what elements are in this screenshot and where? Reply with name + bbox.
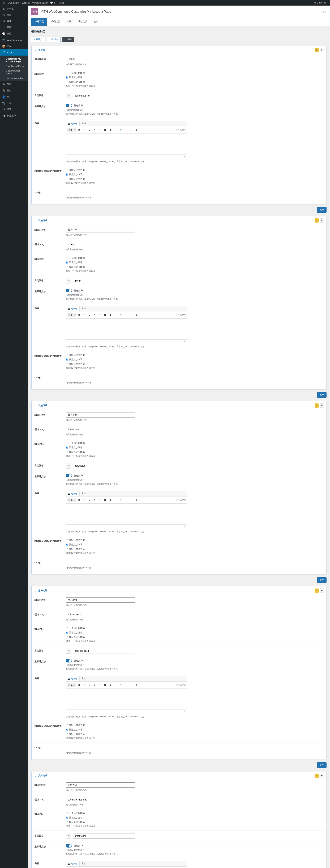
hide-icon[interactable]: 👁 <box>320 218 324 222</box>
quote-icon[interactable]: ❝ <box>97 312 102 317</box>
add-group-button[interactable]: + 新组合 <box>47 37 61 42</box>
menu-item-6[interactable]: 📦产品 <box>0 43 28 49</box>
quote-icon[interactable]: ❝ <box>97 498 102 502</box>
align-center-icon[interactable]: ◼ <box>108 127 113 132</box>
bold-icon[interactable]: B <box>77 498 81 502</box>
editor-textarea[interactable] <box>66 133 187 154</box>
visibility-toggle[interactable] <box>66 659 72 662</box>
format-select[interactable]: 段落 <box>67 683 76 687</box>
number-list-icon[interactable]: ≡ <box>92 498 97 502</box>
pos-override-radio[interactable]: 覆盖默认内容 <box>66 173 324 176</box>
icon-none-radio[interactable]: 不显示任何图标 <box>66 71 324 74</box>
save-button[interactable]: 保存 <box>317 577 327 583</box>
css-class-input[interactable] <box>66 375 135 380</box>
number-list-icon[interactable]: ≡ <box>92 312 97 317</box>
hide-icon[interactable]: 👁 <box>320 403 324 408</box>
endpoint-header[interactable]: ⌄我的下载⇅👁 <box>32 401 326 410</box>
italic-icon[interactable]: I <box>82 127 87 132</box>
endpoint-header[interactable]: ⌄我的订单⇅👁 <box>32 216 326 225</box>
more-icon[interactable]: ⋯ <box>124 127 128 132</box>
toolbar-toggle-icon[interactable]: ▦ <box>134 312 139 317</box>
bold-icon[interactable]: B <box>77 312 81 317</box>
align-center-icon[interactable]: ◼ <box>108 498 113 502</box>
css-class-input[interactable] <box>66 745 135 750</box>
site-link[interactable]: ⌂ wp-admin <box>7 2 19 4</box>
icon-input[interactable] <box>73 833 135 838</box>
icon-custom-radio[interactable]: 显示自定义图标 <box>66 636 324 639</box>
align-center-icon[interactable]: ◼ <box>108 312 113 317</box>
tab-0[interactable]: 终端节点 <box>31 18 47 26</box>
icon-custom-radio[interactable]: 显示自定义图标 <box>66 451 324 454</box>
new-link[interactable]: + 新建 <box>57 1 64 4</box>
menu-item-2[interactable]: 🖼媒体 <box>0 18 28 24</box>
site2-link[interactable]: Webster - Versatile Coder <box>22 2 48 4</box>
greeting[interactable]: 嗨，admin ▢ <box>314 1 327 4</box>
toolbar-toggle-icon[interactable]: ▦ <box>134 127 139 132</box>
align-center-icon[interactable]: ◼ <box>108 683 113 687</box>
menu-item-4[interactable]: 💬评论 <box>0 31 28 37</box>
bullet-list-icon[interactable]: ☰ <box>87 312 92 317</box>
more-icon[interactable]: ⋯ <box>124 498 128 502</box>
save-button[interactable]: 保存 <box>317 762 327 768</box>
tab-4[interactable]: 付款 <box>91 18 102 26</box>
editor-tab-visual[interactable]: 📷 可视化 <box>66 121 79 126</box>
menu-item2-1[interactable]: 🔌插件 <box>0 88 28 94</box>
editor-tab-visual[interactable]: 📷 可视化 <box>66 861 79 866</box>
editor-tab-text[interactable]: 文本 <box>79 121 88 126</box>
visibility-toggle[interactable] <box>66 844 72 847</box>
icon-custom-radio[interactable]: 显示自定义图标 <box>66 820 324 824</box>
endpoint-label-input[interactable] <box>66 412 135 417</box>
editor-textarea[interactable] <box>66 318 187 339</box>
icon-custom-radio[interactable]: 显示自定义图标 <box>66 266 324 269</box>
drag-handle-icon[interactable]: ⇅ <box>315 403 319 408</box>
submenu-item-3[interactable]: License Activation <box>0 76 28 81</box>
icon-default-radio[interactable]: 显示默认图标 <box>66 261 324 264</box>
menu-item2-0[interactable]: ✎外观 <box>0 81 28 88</box>
wp-logo-icon[interactable]: ⓦ <box>3 1 5 4</box>
bullet-list-icon[interactable]: ☰ <box>87 127 92 132</box>
align-right-icon[interactable]: ▪ <box>113 127 118 132</box>
icon-input[interactable] <box>73 278 135 283</box>
editor-tab-text[interactable]: 文本 <box>79 861 88 866</box>
icon-input[interactable] <box>73 648 135 653</box>
drag-handle-icon[interactable]: ⇅ <box>315 218 319 222</box>
pos-after-radio[interactable]: 在默认内容之后 <box>66 178 324 181</box>
icon-none-radio[interactable]: 不显示任何图标 <box>66 812 324 815</box>
endpoint-slug-input[interactable] <box>66 612 135 617</box>
pos-override-radio[interactable]: 覆盖默认内容 <box>66 728 324 731</box>
bold-icon[interactable]: B <box>77 127 81 132</box>
icon-default-radio[interactable]: 显示默认图标 <box>66 631 324 634</box>
pos-after-radio[interactable]: 在默认内容之后 <box>66 548 324 551</box>
submenu-item-2[interactable]: Custom Order Status <box>0 68 28 76</box>
pos-override-radio[interactable]: 覆盖默认内容 <box>66 358 324 361</box>
css-class-input[interactable] <box>66 190 135 195</box>
menu-item2-4[interactable]: ⚙设置 <box>0 106 28 113</box>
link-icon[interactable]: 🔗 <box>118 498 123 502</box>
format-select[interactable]: 段落 <box>67 128 76 132</box>
menu-item-1[interactable]: ✎文章 <box>0 12 28 18</box>
submenu-item-1[interactable]: Role Based Prices <box>0 64 28 68</box>
pos-before-radio[interactable]: 在默认内容之前 <box>66 723 324 727</box>
more-icon[interactable]: ⋯ <box>124 312 128 317</box>
align-left-icon[interactable]: ⬛ <box>103 498 107 502</box>
link-icon[interactable]: 🔗 <box>118 683 123 687</box>
drag-handle-icon[interactable]: ⇅ <box>315 589 319 593</box>
icon-default-radio[interactable]: 显示默认图标 <box>66 816 324 819</box>
bullet-list-icon[interactable]: ☰ <box>87 683 92 687</box>
tab-2[interactable]: 设置 <box>63 18 74 26</box>
fullscreen-icon[interactable]: ⛶ <box>129 498 134 502</box>
menu-item-5[interactable]: 🛒WooCommerce <box>0 37 28 43</box>
align-left-icon[interactable]: ⬛ <box>103 683 107 687</box>
icon-default-radio[interactable]: 显示默认图标 <box>66 76 324 79</box>
menu-item2-3[interactable]: 🔧工具 <box>0 100 28 106</box>
fullscreen-icon[interactable]: ⛶ <box>129 127 134 132</box>
endpoint-label-input[interactable] <box>66 227 135 232</box>
icon-custom-radio[interactable]: 显示自定义图标 <box>66 81 324 84</box>
endpoint-slug-input[interactable] <box>66 797 135 802</box>
pos-before-radio[interactable]: 在默认内容之前 <box>66 353 324 356</box>
endpoint-header[interactable]: ⌄仪表板⇅👁 <box>32 46 326 54</box>
quote-icon[interactable]: ❝ <box>97 127 102 132</box>
align-left-icon[interactable]: ⬛ <box>103 312 107 317</box>
quote-icon[interactable]: ❝ <box>97 683 102 687</box>
editor-tab-text[interactable]: 文本 <box>79 306 88 311</box>
